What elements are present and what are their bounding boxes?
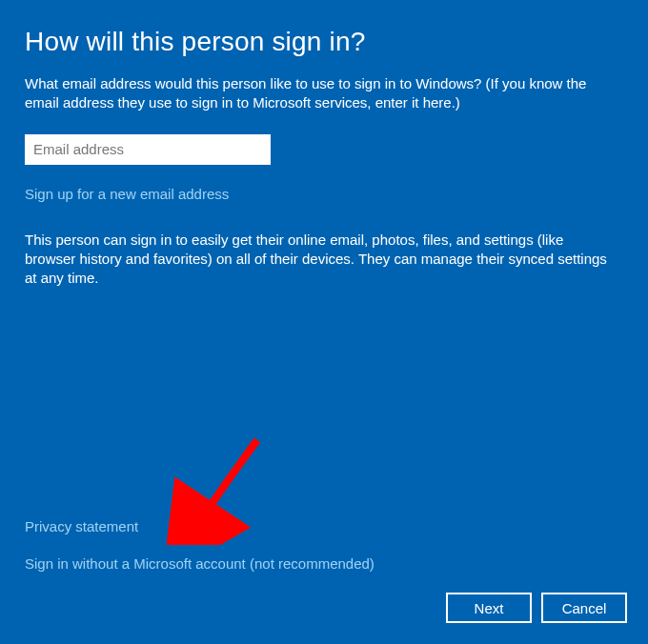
info-text: This person can sign in to easily get th… [25,231,616,289]
dialog-subtitle: What email address would this person lik… [25,74,616,113]
cancel-button[interactable]: Cancel [541,593,627,623]
email-field[interactable] [25,134,271,165]
dialog-title: How will this person sign in? [25,27,623,57]
bottom-links: Privacy statement Sign in without a Micr… [25,518,375,572]
sign-in-without-ms-account-link[interactable]: Sign in without a Microsoft account (not… [25,555,375,572]
button-bar: Next Cancel [446,593,627,623]
privacy-statement-link[interactable]: Privacy statement [25,518,375,534]
dialog-container: How will this person sign in? What email… [0,0,648,288]
next-button[interactable]: Next [446,593,532,623]
signup-email-link[interactable]: Sign up for a new email address [25,186,229,202]
